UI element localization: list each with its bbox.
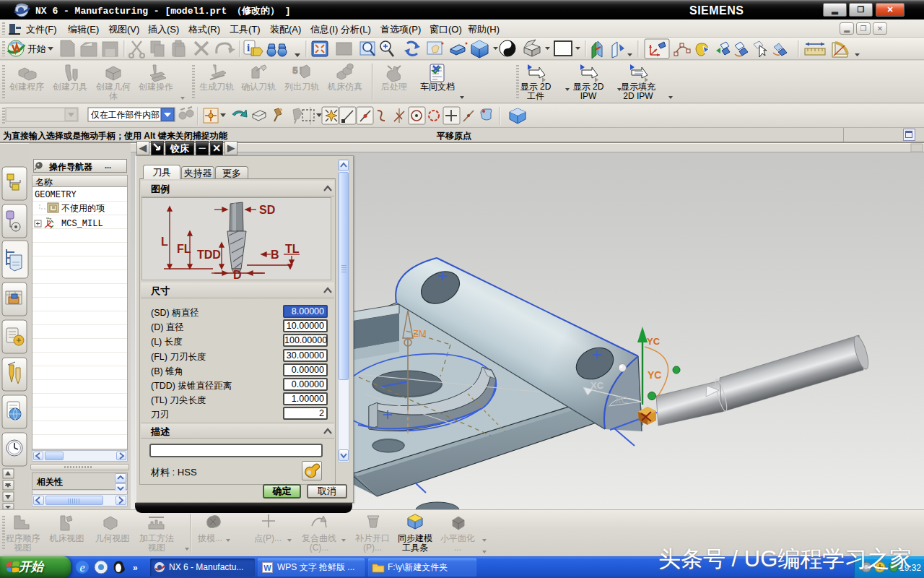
svg-text:开始: 开始: [27, 43, 46, 54]
svg-text:L: L: [161, 236, 168, 248]
svg-text:FL: FL: [177, 243, 191, 255]
svg-text:ZM: ZM: [413, 328, 427, 339]
svg-text:B: B: [271, 249, 279, 261]
svg-text:YC: YC: [647, 336, 661, 347]
svg-text:i: i: [247, 42, 250, 53]
svg-text:仅在工作部件内部: 仅在工作部件内部: [91, 110, 160, 120]
svg-text:TL: TL: [285, 243, 300, 255]
svg-text:»: »: [133, 563, 138, 573]
svg-text:SD: SD: [259, 204, 275, 216]
svg-text:不使用的项: 不使用的项: [61, 203, 105, 213]
svg-text:TDD: TDD: [197, 249, 221, 261]
svg-text:GEOMETRY: GEOMETRY: [35, 190, 77, 200]
svg-text:XC: XC: [590, 380, 604, 391]
svg-text:YC: YC: [648, 369, 661, 381]
svg-text:Z: Z: [48, 217, 52, 223]
svg-text:MCS_MILL: MCS_MILL: [61, 219, 103, 229]
svg-text:e: e: [79, 561, 84, 574]
svg-text:XC: XC: [615, 394, 628, 405]
svg-text:D: D: [233, 269, 242, 280]
